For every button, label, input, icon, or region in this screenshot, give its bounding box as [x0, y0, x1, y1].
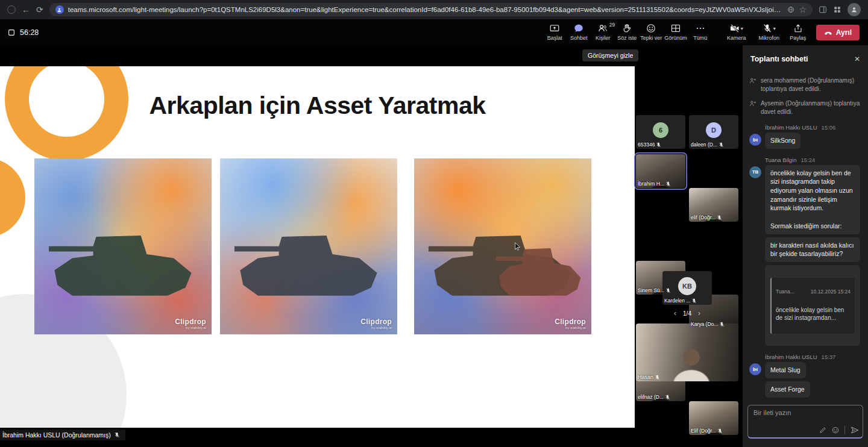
more-icon: ⋯ [696, 23, 705, 33]
mic-off-icon [691, 298, 697, 304]
pager-next-icon[interactable]: › [698, 309, 700, 317]
mic-off-icon [656, 142, 661, 148]
leave-button[interactable]: Ayrıl [816, 25, 860, 40]
participant-tile[interactable]: elif (Doğr... [689, 188, 738, 222]
chat-bubble: Metal Slug [765, 362, 806, 378]
meeting-toolbar: 56:28 Başlat Sohbet 29 Kişiler Söz iste … [0, 19, 868, 45]
presenter-name: İbrahim Hakkı USLU (Doğrulanmamış) [2, 431, 111, 439]
start-label: Başlat [547, 35, 562, 41]
participant-tile[interactable]: Elif (Doğr... [689, 401, 738, 435]
chat-button[interactable]: Sohbet [567, 19, 591, 45]
quoted-message: Tuana... 10.12.2025 15:24 öncelikle kola… [770, 278, 855, 334]
participant-tile[interactable]: D daleen (D... [689, 115, 738, 149]
people-count: 29 [609, 22, 615, 28]
person-add-icon [749, 100, 756, 107]
meeting-stage: Arkaplan için Asset Yaratmak Clipdrop by… [0, 45, 743, 447]
message-input[interactable] [753, 409, 857, 416]
translate-icon[interactable] [787, 6, 794, 13]
mic-dropdown-chevron[interactable]: ▾ [773, 26, 776, 31]
reload-icon[interactable]: ⟳ [36, 5, 43, 14]
participant-name: 653346 [638, 142, 655, 148]
address-bar[interactable]: teams.microsoft.com/light-meetings/launc… [49, 3, 813, 16]
people-button[interactable]: 29 Kişiler [591, 19, 615, 45]
participant-name: İbrahim H... [638, 181, 664, 187]
raise-hand-icon [622, 23, 632, 33]
bookmark-star-icon[interactable]: ☆ [799, 5, 807, 14]
participant-tile[interactable]: 6 653346 [636, 115, 685, 149]
view-button[interactable]: Görünüm [663, 19, 688, 45]
watermark-subtext: by stability.ai [555, 326, 586, 330]
clipdrop-watermark: Clipdrop by stability.ai [175, 318, 206, 330]
layout-grid-icon [671, 23, 681, 33]
mic-button[interactable]: ▾ Mikrofon [752, 19, 786, 45]
avatar: TB [749, 166, 761, 178]
meeting-chat-panel: Toplantı sohbeti ✕ sera mohammed (Doğrul… [743, 45, 868, 447]
chat-label: Sohbet [570, 35, 588, 41]
pager-prev-icon[interactable]: ‹ [674, 309, 676, 317]
camera-button[interactable]: ▾ Kamera [721, 19, 752, 45]
mic-off-icon [717, 428, 723, 434]
chat-bubble: Asset Forge [765, 381, 810, 398]
format-pen-icon[interactable] [819, 427, 826, 434]
reading-list-icon[interactable] [819, 5, 827, 14]
participant-name: elifnaz (D... [638, 394, 664, 400]
leave-label: Ayrıl [836, 28, 852, 37]
participant-name: Sinem Sü... [638, 287, 664, 293]
presenter-name-chip: İbrahim Hakkı USLU (Doğrulanmamış) [0, 430, 125, 440]
participant-tile[interactable]: İbrahim H... [636, 154, 685, 188]
participant-avatar: D [706, 122, 722, 138]
mic-off-icon [665, 395, 670, 400]
chat-bubble: Tuana... 10.12.2025 15:24 öncelikle kola… [765, 265, 860, 346]
participant-name: Elif (Doğr... [691, 428, 716, 434]
watermark-subtext: by stability.ai [360, 326, 392, 330]
browser-toolbar: ← ⟳ teams.microsoft.com/light-meetings/l… [0, 0, 868, 19]
share-icon [793, 23, 803, 33]
tab-overview-icon[interactable] [7, 5, 16, 14]
more-label: Tümü [693, 35, 707, 41]
message-author: İbrahim Hakkı USLU [765, 354, 817, 360]
watermark-text: Clipdrop [555, 318, 586, 326]
message-group-header: Tuana Bilgin15:24 [765, 157, 861, 163]
camera-label: Kamera [727, 35, 746, 41]
emoji-icon [646, 23, 656, 33]
react-button[interactable]: Tepki ver [639, 19, 663, 45]
emoji-icon[interactable] [832, 427, 839, 434]
extensions-icon[interactable] [833, 5, 841, 14]
chat-message-list: sera mohammed (Doğrulanmamış) toplantıya… [743, 69, 868, 400]
people-icon [598, 23, 608, 33]
watermark-text: Clipdrop [175, 318, 206, 326]
share-button[interactable]: Paylaş [786, 19, 810, 45]
tank-artwork-2: Clipdrop by stability.ai [220, 158, 397, 334]
message-composer [743, 400, 868, 447]
mic-off-icon [114, 432, 120, 438]
participant-name: Hasan [638, 374, 653, 380]
close-icon[interactable]: ✕ [854, 55, 860, 63]
camera-off-icon [730, 23, 740, 33]
raise-hand-button[interactable]: Söz iste [615, 19, 639, 45]
participant-filmstrip: 6 653346 D daleen (D... İbrahim H... eli… [636, 45, 738, 447]
watermark-text: Clipdrop [360, 318, 392, 326]
participant-avatar: 6 [653, 122, 668, 138]
camera-dropdown-chevron[interactable]: ▾ [741, 26, 743, 31]
system-message: Aysemin (Doğrulanmamış) toplantıya davet… [749, 99, 861, 116]
url-text[interactable]: teams.microsoft.com/light-meetings/launc… [68, 6, 784, 13]
message-group-header: İbrahim Hakkı USLU15:06 [765, 124, 861, 131]
chat-panel-title: Toplantı sohbeti [750, 55, 854, 63]
chat-bubble: SilkSong [765, 133, 800, 149]
back-icon[interactable]: ← [22, 5, 30, 14]
site-favicon[interactable] [55, 5, 64, 14]
more-button[interactable]: ⋯ Tümü [688, 19, 712, 45]
quote-author: Tuana... [776, 289, 794, 296]
avatar: İH [749, 363, 761, 375]
watermark-subtext: by stability.ai [175, 326, 206, 330]
mic-off-icon [665, 181, 671, 187]
message-author: İbrahim Hakkı USLU [765, 124, 817, 131]
start-sharing-button[interactable]: Başlat [542, 19, 567, 45]
pager-text: 1/4 [683, 310, 691, 317]
orange-circle-decoration [0, 158, 25, 237]
mic-off-icon [763, 23, 772, 33]
spotlight-video-tile[interactable]: Hasan [636, 324, 738, 381]
profile-avatar[interactable] [848, 3, 861, 16]
send-icon[interactable] [851, 426, 859, 434]
quote-text: öncelikle kolay gelsin ben de sizi insta… [776, 306, 851, 322]
